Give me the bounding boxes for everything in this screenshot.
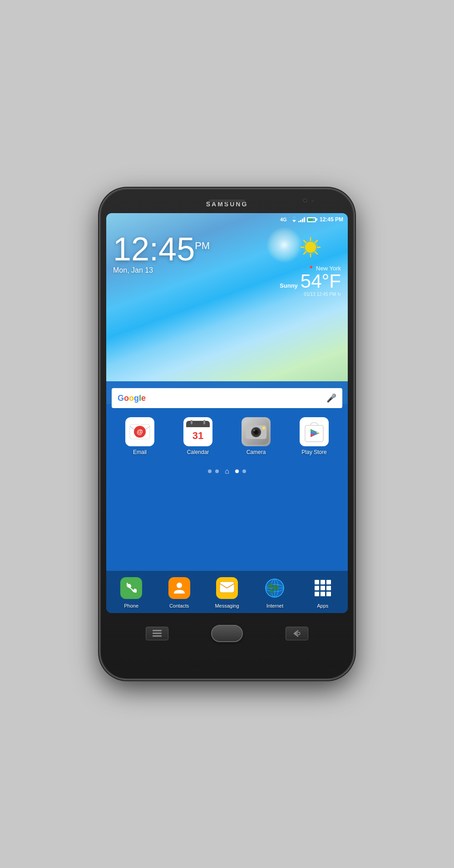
internet-icon-bg (264, 577, 286, 599)
weather-updated-time: 01/13 12:45 PM (304, 292, 336, 297)
home-button[interactable] (211, 625, 243, 642)
svg-text:4G: 4G (280, 217, 287, 222)
calendar-label: Calendar (187, 449, 209, 455)
apps-dot-2 (321, 580, 325, 584)
refresh-icon[interactable]: ↻ (337, 292, 341, 297)
weather-condition: Sunny (280, 282, 298, 289)
apps-dot-5 (321, 586, 325, 590)
apps-dot-9 (326, 592, 331, 596)
svg-text:@: @ (137, 428, 143, 435)
calendar-icon: 31 (183, 417, 212, 446)
screen: 4G (106, 213, 348, 613)
signal-bars-icon (298, 217, 305, 222)
camera-icon (242, 417, 271, 446)
apps-dot-3 (326, 580, 331, 584)
dock-apps-label: Apps (317, 603, 328, 609)
dock-apps-icon (310, 575, 336, 601)
clock-time-value: 12:45 (113, 231, 195, 267)
page-dots: ⌂ (106, 464, 348, 483)
svg-rect-45 (153, 633, 162, 634)
sensor (311, 200, 314, 202)
home-dot[interactable]: ⌂ (222, 467, 232, 476)
dock-internet-label: Internet (266, 603, 283, 609)
svg-marker-2 (292, 220, 296, 222)
dock-contacts-icon (167, 575, 192, 601)
dock-internet-icon (262, 575, 287, 601)
battery-icon (307, 217, 316, 222)
apps-dot-4 (315, 586, 319, 590)
status-icons: 4G (280, 216, 343, 223)
weather-temperature: 54°F (301, 272, 341, 291)
svg-rect-19 (191, 420, 192, 424)
dock-phone-label: Phone (124, 603, 138, 609)
dock-contacts-label: Contacts (169, 603, 189, 609)
svg-rect-29 (252, 424, 257, 426)
svg-rect-46 (153, 635, 162, 637)
weather-updated: 01/13 12:45 PM ↻ (280, 292, 341, 297)
apps-dot-1 (315, 580, 319, 584)
page-dot-4[interactable] (235, 469, 239, 473)
app-grid: @ Email (106, 408, 348, 464)
page-dot-5[interactable] (242, 469, 246, 473)
email-icon: @ (125, 417, 154, 446)
status-time: 12:45 PM (320, 216, 343, 223)
menu-button[interactable] (146, 627, 168, 640)
speaker-grille (209, 200, 245, 202)
svg-point-30 (262, 427, 265, 429)
apps-grid-dots (315, 580, 331, 596)
phone-top: SAMSUNG (106, 195, 348, 213)
dock-messaging-icon (214, 575, 240, 601)
svg-text:31: 31 (192, 430, 203, 441)
app-icon-email[interactable]: @ Email (113, 417, 167, 455)
home-content: Google 🎤 (106, 381, 348, 613)
svg-rect-38 (220, 582, 234, 593)
apps-dot-8 (321, 592, 325, 596)
playstore-label: Play Store (301, 449, 326, 455)
apps-icon-bg (312, 577, 334, 599)
svg-marker-1 (292, 216, 296, 218)
battery-fill (308, 219, 313, 221)
weather-widget: 📍 New York Sunny 54°F 01/13 12:45 PM ↻ (280, 236, 341, 297)
svg-rect-18 (186, 424, 210, 427)
front-camera (303, 199, 307, 202)
page-dot-2[interactable] (215, 469, 219, 473)
svg-point-37 (177, 583, 182, 588)
svg-rect-47 (154, 630, 157, 631)
apps-dot-7 (315, 592, 319, 596)
app-icon-calendar[interactable]: 31 Calendar (171, 417, 225, 455)
playstore-icon (300, 417, 329, 446)
camera-label: Camera (247, 449, 266, 455)
voice-search-icon[interactable]: 🎤 (326, 393, 336, 403)
svg-point-12 (303, 240, 318, 254)
network-indicator: 4G (280, 216, 290, 223)
dock-apps[interactable]: Apps (300, 575, 345, 609)
phone-device: SAMSUNG 4G (100, 189, 354, 679)
messaging-icon-bg (216, 577, 238, 599)
email-label: Email (133, 449, 147, 455)
google-logo: Google (118, 394, 146, 403)
data-arrows-icon (292, 216, 296, 223)
status-bar: 4G (106, 213, 348, 226)
dock-internet[interactable]: Internet (252, 575, 297, 609)
phone-icon-bg (120, 577, 142, 599)
dock-phone[interactable]: Phone (109, 575, 154, 609)
apps-dot-6 (326, 586, 331, 590)
phone-bottom-buttons (106, 613, 348, 654)
dock: Phone Contacts (106, 571, 348, 613)
dock-phone-icon (118, 575, 144, 601)
google-search-bar[interactable]: Google 🎤 (112, 388, 342, 408)
dock-messaging-label: Messaging (215, 603, 239, 609)
contacts-icon-bg (168, 577, 190, 599)
app-icon-camera[interactable]: Camera (229, 417, 283, 455)
clock-ampm: PM (195, 240, 210, 251)
weather-sun-icon (280, 236, 341, 263)
page-dot-1[interactable] (208, 469, 212, 473)
svg-rect-20 (203, 420, 205, 424)
dock-contacts[interactable]: Contacts (156, 575, 202, 609)
app-icon-playstore[interactable]: Play Store (287, 417, 341, 455)
back-button[interactable] (286, 627, 308, 640)
svg-point-28 (253, 429, 255, 431)
screen-bezel: 4G (106, 213, 348, 613)
dock-messaging[interactable]: Messaging (204, 575, 250, 609)
